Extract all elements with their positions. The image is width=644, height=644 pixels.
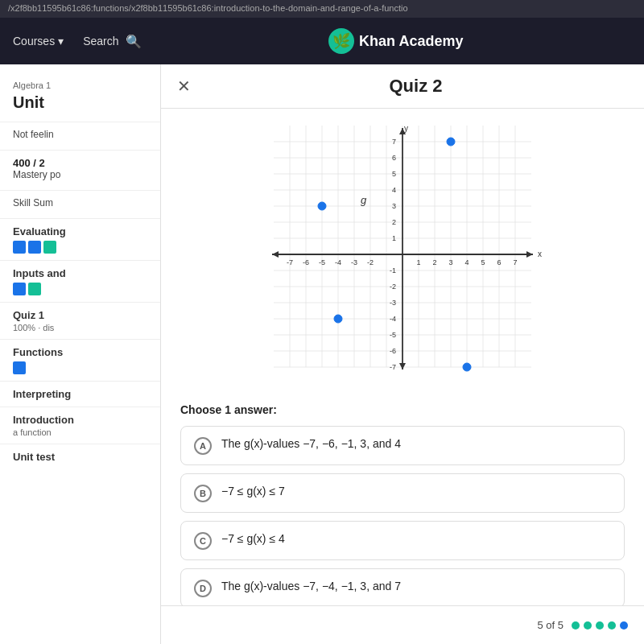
sidebar: Algebra 1 Unit Not feelin 400 / 2 Master… <box>0 64 161 644</box>
svg-text:7: 7 <box>392 138 396 146</box>
quiz-body: -7 -6 -5 -4 -3 -2 <box>161 109 644 644</box>
sidebar-intro[interactable]: Introduction a function <box>0 407 160 444</box>
svg-text:-4: -4 <box>390 315 396 323</box>
progress-dots <box>572 621 628 630</box>
sidebar-functions[interactable]: Functions <box>0 339 160 381</box>
choose-answer-label: Choose 1 answer: <box>180 403 625 416</box>
icon6 <box>13 361 26 374</box>
evaluating-icons <box>13 241 147 254</box>
choice-text-a: The g(x)-values −7, −6, −1, 3, and 4 <box>221 436 401 452</box>
svg-text:4: 4 <box>392 186 396 194</box>
icon1 <box>13 241 26 254</box>
svg-text:x: x <box>538 250 542 258</box>
choice-circle-d: D <box>194 580 212 597</box>
svg-text:-6: -6 <box>303 258 309 266</box>
progress-text: 5 of 5 <box>537 619 564 631</box>
svg-text:-2: -2 <box>367 258 374 266</box>
content-area: Algebra 1 Unit Not feelin 400 / 2 Master… <box>0 64 644 644</box>
svg-text:5: 5 <box>481 258 485 266</box>
close-button[interactable]: ✕ <box>177 76 191 96</box>
svg-text:5: 5 <box>392 170 396 178</box>
choice-circle-c: C <box>194 532 212 550</box>
bottom-bar: 5 of 5 <box>161 605 644 644</box>
svg-text:-1: -1 <box>390 266 396 275</box>
sidebar-not-feeling: Not feelin <box>0 122 160 150</box>
khan-academy-logo-icon: 🌿 <box>328 28 354 54</box>
svg-text:6: 6 <box>392 154 396 162</box>
functions-icons <box>13 361 147 374</box>
svg-text:-5: -5 <box>390 331 396 339</box>
search-area[interactable]: Search 🔍 <box>83 34 141 49</box>
progress-dot-5 <box>620 621 628 630</box>
svg-point-90 <box>318 202 326 210</box>
svg-text:-5: -5 <box>319 258 325 266</box>
quiz-title: Quiz 2 <box>204 76 628 97</box>
svg-text:1: 1 <box>392 234 396 242</box>
svg-text:-7: -7 <box>390 363 396 371</box>
progress-dot-1 <box>572 621 580 630</box>
svg-point-92 <box>447 138 455 146</box>
sidebar-quiz1[interactable]: Quiz 1 100% · dis <box>0 302 160 339</box>
coordinate-graph: -7 -6 -5 -4 -3 -2 <box>242 122 564 387</box>
url-bar: /x2f8bb11595b61c86:functions/x2f8bb11595… <box>0 0 644 18</box>
sidebar-evaluating[interactable]: Evaluating <box>0 218 160 260</box>
progress-dot-4 <box>608 621 616 630</box>
svg-text:7: 7 <box>513 258 517 266</box>
sidebar-inputs[interactable]: Inputs and <box>0 260 160 302</box>
svg-text:4: 4 <box>464 258 469 266</box>
svg-text:-3: -3 <box>390 299 396 307</box>
choice-text-c: −7 ≤ g(x) ≤ 4 <box>221 531 285 547</box>
sidebar-title: Unit <box>0 92 160 122</box>
answer-choice-a[interactable]: A The g(x)-values −7, −6, −1, 3, and 4 <box>180 426 625 465</box>
nav-logo: 🌿 Khan Academy <box>328 28 463 54</box>
icon2 <box>28 241 41 254</box>
svg-text:2: 2 <box>392 218 396 226</box>
courses-nav[interactable]: Courses ▾ <box>13 35 64 47</box>
sidebar-skill-sum: Skill Sum <box>0 190 160 218</box>
svg-text:-7: -7 <box>287 258 293 266</box>
breadcrumb: Algebra 1 <box>0 74 160 92</box>
svg-text:-3: -3 <box>351 258 357 266</box>
svg-point-93 <box>463 363 471 371</box>
icon4 <box>13 283 26 295</box>
quiz-panel: ✕ Quiz 2 <box>161 64 644 644</box>
svg-text:g: g <box>361 194 367 206</box>
search-icon: 🔍 <box>126 34 142 49</box>
svg-text:1: 1 <box>416 258 420 266</box>
svg-text:2: 2 <box>432 258 436 266</box>
graph-container: -7 -6 -5 -4 -3 -2 <box>180 122 625 387</box>
svg-text:-6: -6 <box>390 347 396 355</box>
icon3 <box>43 241 56 254</box>
choice-text-d: The g(x)-values −7, −4, −1, 3, and 7 <box>221 579 401 595</box>
svg-text:-4: -4 <box>335 258 341 266</box>
inputs-icons <box>13 283 147 295</box>
choice-circle-a: A <box>194 437 212 455</box>
svg-text:6: 6 <box>497 258 501 266</box>
svg-text:-2: -2 <box>390 283 396 291</box>
quiz-header: ✕ Quiz 2 <box>161 64 644 109</box>
answer-choice-b[interactable]: B −7 ≤ g(x) ≤ 7 <box>180 473 625 513</box>
svg-point-91 <box>334 315 342 323</box>
sidebar-unit-test[interactable]: Unit test <box>0 444 160 469</box>
svg-text:y: y <box>404 124 408 133</box>
svg-text:3: 3 <box>448 258 452 266</box>
nav-bar: Courses ▾ Search 🔍 🌿 Khan Academy <box>0 18 644 64</box>
answer-choice-c[interactable]: C −7 ≤ g(x) ≤ 4 <box>180 521 625 560</box>
progress-dot-3 <box>596 621 604 630</box>
choice-circle-b: B <box>194 485 212 502</box>
svg-text:3: 3 <box>392 202 396 210</box>
choice-text-b: −7 ≤ g(x) ≤ 7 <box>221 484 285 500</box>
sidebar-score: 400 / 2 Mastery po <box>0 150 160 190</box>
progress-dot-2 <box>584 621 592 630</box>
answer-choice-d[interactable]: D The g(x)-values −7, −4, −1, 3, and 7 <box>180 568 625 608</box>
sidebar-interpreting[interactable]: Interpreting <box>0 381 160 407</box>
icon5 <box>28 283 41 295</box>
